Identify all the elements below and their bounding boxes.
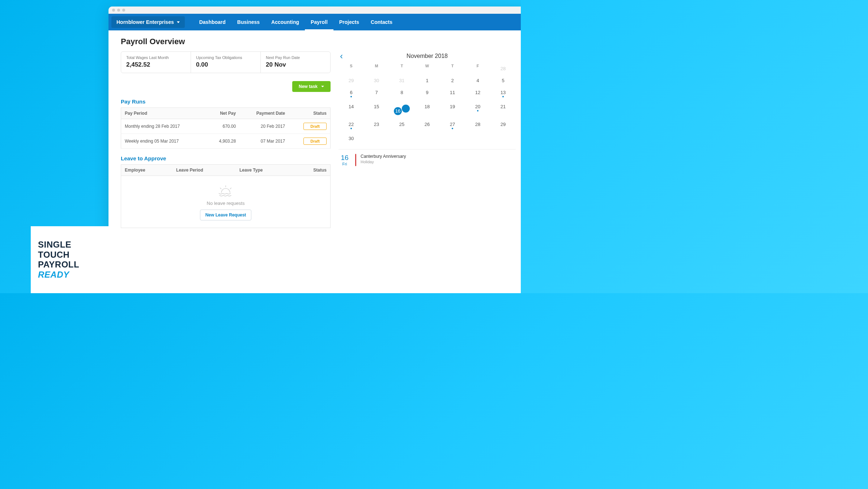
leave-empty-state: No leave requests New Leave Request [121,176,331,228]
metric-label: Next Pay Run Date [266,55,325,60]
calendar-day[interactable]: 7 [364,88,389,100]
nav-business[interactable]: Business [231,14,265,30]
payrun-net: 670.00 [207,119,239,134]
stp-ready-badge: SINGLE TOUCH PAYROLL READY [31,226,109,293]
window-dot [122,9,125,12]
calendar-prev-button[interactable]: ‹ [340,52,343,60]
calendar-day[interactable]: 26 [414,119,440,131]
weekday-header: S [339,64,364,73]
calendar-day[interactable]: 27 [440,119,465,131]
calendar-day[interactable]: 16 [389,102,414,117]
sun-horizon-icon [217,185,234,197]
calendar-day[interactable]: 23 [364,119,389,131]
nav-contacts[interactable]: Contacts [365,14,398,30]
metric-card: Total Wages Last Month2,452.52 [121,52,191,73]
nav-dashboard[interactable]: Dashboard [193,14,231,30]
leave-col-0: Employee [121,165,173,176]
calendar-day[interactable]: 30 [339,134,364,143]
svg-line-2 [230,188,231,189]
badge-line-2: TOUCH [38,250,101,260]
payrun-status: Draft [289,119,330,134]
window-titlebar [109,7,521,14]
status-badge[interactable]: Draft [303,123,327,130]
calendar-day[interactable]: 22 [339,119,364,131]
payrun-date: 07 Mar 2017 [239,134,289,149]
leave-col-1: Leave Period [173,165,236,176]
metric-value: 2,452.52 [126,61,186,68]
calendar-day[interactable]: 5 [490,76,516,85]
payrun-row[interactable]: Monthly ending 28 Feb 2017670.0020 Feb 2… [121,119,331,134]
payrun-row[interactable]: Weekly ending 05 Mar 20174,903.2807 Mar … [121,134,331,149]
weekday-header: T [389,64,414,73]
svg-line-1 [220,188,221,189]
calendar-day[interactable]: 11 [440,88,465,100]
status-badge[interactable]: Draft [303,138,327,145]
calendar-day[interactable]: 2 [440,76,465,85]
payrun-date: 20 Feb 2017 [239,119,289,134]
top-nav: Hornblower Enterprises DashboardBusiness… [109,14,521,30]
calendar-day[interactable]: 9 [414,88,440,100]
calendar-day[interactable]: 6 [339,88,364,100]
metric-label: Total Wages Last Month [126,55,186,60]
nav-projects[interactable]: Projects [333,14,365,30]
metric-card: Upcoming Tax Obligations0.00 [191,52,261,73]
metric-value: 20 Nov [266,61,325,68]
event-dot-icon [402,105,410,113]
chevron-down-icon [321,86,324,87]
metric-value: 0.00 [196,61,255,68]
calendar-day[interactable]: 20 [465,102,490,117]
org-name: Hornblower Enterprises [116,19,174,25]
calendar-day[interactable]: 29 [490,119,516,131]
calendar-day[interactable]: 29 [339,76,364,85]
new-leave-request-button[interactable]: New Leave Request [200,210,252,220]
calendar-day[interactable]: 8 [389,88,414,100]
calendar-day[interactable]: 30 [364,76,389,85]
calendar-day[interactable]: 28 [490,64,516,73]
event-dot-icon [452,128,453,129]
calendar-event: 16 Fri Canterbury Anniversary Holiday [339,149,516,166]
leave-col-2: Leave Type [236,165,292,176]
page-body: Payroll Overview Total Wages Last Month2… [109,30,521,293]
new-task-label: New task [299,84,318,89]
chevron-down-icon [177,21,180,23]
payrun-net: 4,903.28 [207,134,239,149]
new-task-button[interactable]: New task [292,81,331,92]
leave-empty-text: No leave requests [207,201,245,206]
calendar-day[interactable]: 25 [389,119,414,131]
payruns-table: Pay PeriodNet PayPayment DateStatus Mont… [121,108,331,149]
org-switcher[interactable]: Hornblower Enterprises [111,16,185,28]
calendar-day[interactable]: 12 [465,88,490,100]
window-dot [112,9,115,12]
calendar-day[interactable]: 15 [364,102,389,117]
calendar-day[interactable]: 21 [490,102,516,117]
payruns-col-2: Payment Date [239,108,289,119]
calendar-day[interactable]: 13 [490,88,516,100]
calendar-day[interactable]: 19 [440,102,465,117]
payruns-col-0: Pay Period [121,108,207,119]
calendar-day[interactable]: 14 [339,102,364,117]
app-window: Hornblower Enterprises DashboardBusiness… [109,7,521,293]
payrun-status: Draft [289,134,330,149]
nav-accounting[interactable]: Accounting [265,14,305,30]
badge-line-1: SINGLE [38,240,101,250]
nav-payroll[interactable]: Payroll [305,14,333,30]
leave-col-3: Status [292,165,331,176]
calendar-day[interactable]: 4 [465,76,490,85]
weekday-header: F [465,64,490,73]
badge-ready: READY [38,270,101,280]
calendar-day[interactable]: 28 [465,119,490,131]
payrun-period: Weekly ending 05 Mar 2017 [121,134,207,149]
event-dot-icon [477,110,478,111]
event-subtitle: Holiday [361,160,406,164]
payruns-heading: Pay Runs [121,98,331,105]
event-title: Canterbury Anniversary [361,154,406,159]
metric-label: Upcoming Tax Obligations [196,55,255,60]
calendar-day[interactable]: 18 [414,102,440,117]
weekday-header: W [414,64,440,73]
payrun-period: Monthly ending 28 Feb 2017 [121,119,207,134]
calendar-day[interactable]: 1 [414,76,440,85]
event-day: 16 [339,154,351,162]
calendar-day[interactable]: 31 [389,76,414,85]
calendar-title: November 2018 [407,53,448,59]
metric-cards: Total Wages Last Month2,452.52Upcoming T… [121,51,331,73]
